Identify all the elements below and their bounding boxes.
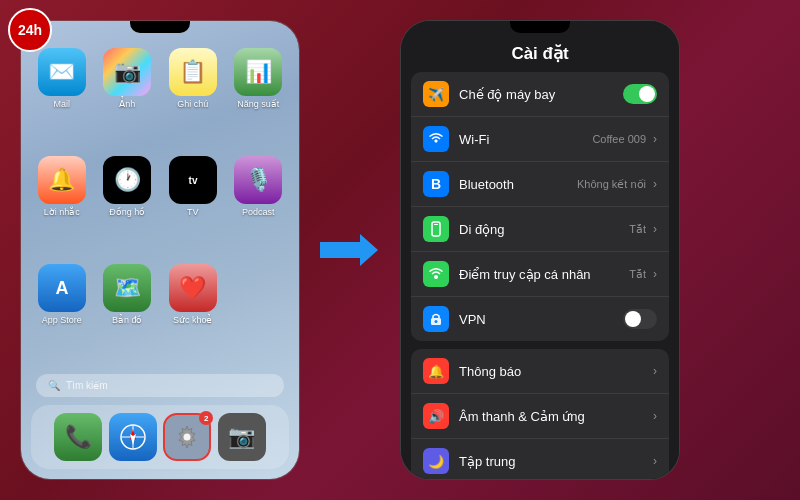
svg-text:tv: tv [188, 175, 197, 186]
vpn-content: VPN [459, 309, 657, 329]
direction-arrow [320, 230, 380, 270]
settings-row-sound[interactable]: 🔊 Âm thanh & Cảm ứng › [411, 394, 669, 439]
vpn-icon [423, 306, 449, 332]
focus-label: Tập trung [459, 454, 515, 469]
notes-icon: 📋 [169, 48, 217, 96]
tv-label: TV [187, 207, 199, 217]
settings-row-airplane[interactable]: ✈️ Chế độ máy bay [411, 72, 669, 117]
energy-label: Năng suất [237, 99, 279, 109]
wifi-value: Coffee 009 [592, 133, 646, 145]
vpn-label: VPN [459, 312, 486, 327]
notif-chevron: › [653, 364, 657, 378]
app-reminders[interactable]: 🔔 Lời nhắc [33, 156, 91, 256]
svg-text:A: A [55, 278, 68, 298]
dock-phone[interactable]: 📞 [54, 413, 102, 461]
dock-camera[interactable]: 📷 [218, 413, 266, 461]
app-energy[interactable]: 📊 Năng suất [230, 48, 288, 148]
settings-group-connectivity: ✈️ Chế độ máy bay [411, 72, 669, 341]
photos-label: Ảnh [119, 99, 135, 109]
maps-icon: 🗺️ [103, 264, 151, 312]
app-grid: ✉️ Mail 📷 Ảnh 📋 Ghi chú 📊 Năng suất [21, 43, 299, 369]
search-label: Tìm kiếm [66, 380, 108, 391]
notes-label: Ghi chú [177, 99, 208, 109]
settings-row-bluetooth[interactable]: B Bluetooth Không kết nối › [411, 162, 669, 207]
app-podcast[interactable]: 🎙️ Podcast [230, 156, 288, 256]
notif-label: Thông báo [459, 364, 521, 379]
svg-point-16 [435, 320, 438, 323]
reminder-label: Lời nhắc [44, 207, 80, 217]
mobile-content: Di động Tắt › [459, 222, 657, 237]
hotspot-chevron: › [653, 267, 657, 281]
tv-icon: tv [169, 156, 217, 204]
hotspot-icon [423, 261, 449, 287]
sound-icon: 🔊 [423, 403, 449, 429]
app-tv[interactable]: tv TV [164, 156, 222, 256]
reminder-icon: 🔔 [38, 156, 86, 204]
clock-icon: 🕐 [103, 156, 151, 204]
notch [130, 21, 190, 33]
clock-label: Đồng hồ [109, 207, 145, 217]
svg-rect-13 [434, 224, 438, 225]
settings-row-hotspot[interactable]: Điểm truy cập cá nhân Tắt › [411, 252, 669, 297]
svg-point-10 [184, 434, 191, 441]
phone-left: ✉️ Mail 📷 Ảnh 📋 Ghi chú 📊 Năng suất [20, 20, 300, 480]
mail-icon: ✉️ [38, 48, 86, 96]
sound-content: Âm thanh & Cảm ứng › [459, 409, 657, 424]
airplane-toggle[interactable] [623, 84, 657, 104]
logo-badge: 24h [8, 8, 52, 52]
settings-list: ✈️ Chế độ máy bay [401, 72, 679, 479]
dock-settings[interactable]: 2 [163, 413, 211, 461]
svg-point-14 [434, 275, 438, 279]
app-empty [230, 264, 288, 364]
hotspot-value: Tắt [629, 268, 646, 281]
app-mail[interactable]: ✉️ Mail [33, 48, 91, 148]
bluetooth-label: Bluetooth [459, 177, 514, 192]
energy-icon: 📊 [234, 48, 282, 96]
content-area: ✉️ Mail 📷 Ảnh 📋 Ghi chú 📊 Năng suất [0, 0, 800, 500]
settings-row-mobile[interactable]: Di động Tắt › [411, 207, 669, 252]
app-clock[interactable]: 🕐 Đồng hồ [99, 156, 157, 256]
settings-row-notif[interactable]: 🔔 Thông báo › [411, 349, 669, 394]
mobile-icon [423, 216, 449, 242]
phone-right: Cài đặt ✈️ Chế độ máy bay [400, 20, 680, 480]
search-bar[interactable]: 🔍 Tìm kiếm [36, 374, 284, 397]
home-screen: ✉️ Mail 📷 Ảnh 📋 Ghi chú 📊 Năng suất [21, 21, 299, 479]
app-health[interactable]: ❤️ Sức khoẻ [164, 264, 222, 364]
dock: 📞 2 [31, 405, 289, 469]
svg-marker-11 [320, 234, 378, 266]
app-notes[interactable]: 📋 Ghi chú [164, 48, 222, 148]
vpn-toggle[interactable] [623, 309, 657, 329]
settings-row-focus[interactable]: 🌙 Tập trung › [411, 439, 669, 479]
notif-icon: 🔔 [423, 358, 449, 384]
settings-badge: 2 [199, 411, 213, 425]
maps-label: Bản đồ [112, 315, 143, 325]
airplane-content: Chế độ máy bay [459, 84, 657, 104]
sound-chevron: › [653, 409, 657, 423]
airplane-icon: ✈️ [423, 81, 449, 107]
mobile-chevron: › [653, 222, 657, 236]
podcast-icon: 🎙️ [234, 156, 282, 204]
appstore-label: App Store [42, 315, 82, 325]
wifi-chevron: › [653, 132, 657, 146]
app-photos[interactable]: 📷 Ảnh [99, 48, 157, 148]
airplane-label: Chế độ máy bay [459, 87, 555, 102]
settings-notch [510, 21, 570, 33]
health-label: Sức khoẻ [173, 315, 213, 325]
focus-chevron: › [653, 454, 657, 468]
mobile-value: Tắt [629, 223, 646, 236]
dock-safari[interactable] [109, 413, 157, 461]
bluetooth-value: Không kết nối [577, 178, 646, 191]
app-maps[interactable]: 🗺️ Bản đồ [99, 264, 157, 364]
notif-content: Thông báo › [459, 364, 657, 379]
search-icon: 🔍 [48, 380, 60, 391]
settings-group-notifications: 🔔 Thông báo › 🔊 Âm thanh & Cảm ứng › [411, 349, 669, 479]
sound-label: Âm thanh & Cảm ứng [459, 409, 585, 424]
podcast-label: Podcast [242, 207, 275, 217]
appstore-icon: A [38, 264, 86, 312]
empty-slot [234, 264, 282, 312]
app-appstore[interactable]: A App Store [33, 264, 91, 364]
settings-row-wifi[interactable]: Wi-Fi Coffee 009 › [411, 117, 669, 162]
wifi-content: Wi-Fi Coffee 009 › [459, 132, 657, 147]
settings-row-vpn[interactable]: VPN [411, 297, 669, 341]
focus-content: Tập trung › [459, 454, 657, 469]
